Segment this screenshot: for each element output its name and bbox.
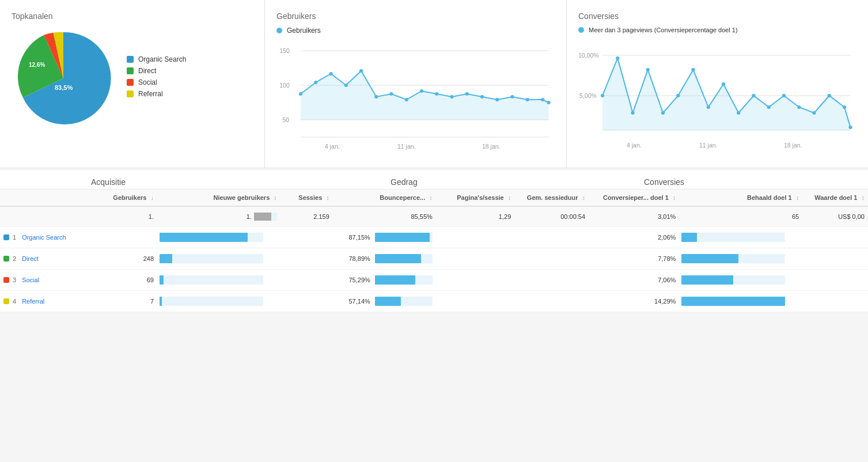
legend-dot-referral (127, 90, 134, 97)
svg-point-49 (767, 105, 771, 109)
svg-point-44 (691, 68, 695, 71)
legend-label-direct: Direct (138, 67, 156, 75)
row4-channel-name: Referral (22, 298, 44, 305)
svg-point-42 (661, 111, 665, 115)
conversies-legend-label: Meer dan 3 pageviews (Conversiepercentag… (589, 26, 738, 33)
col-behaald[interactable]: Behaald doel 1 ↕ (679, 190, 802, 206)
row2-behaald-bar (679, 248, 802, 270)
totals-sessieduur: 00:00:54 (514, 206, 589, 227)
pie-legend: Organic Search Direct Social Referral (127, 55, 186, 101)
topkanalen-panel: Topkanalen 83,5% 12,6% (0, 0, 265, 168)
row2-bounce: 78,89% (333, 248, 436, 270)
col-waarde[interactable]: Waarde doel 1 ↕ (802, 190, 868, 206)
row4-conversieper: 14,29% (589, 291, 679, 312)
col-nieuwe-gebruikers[interactable]: Nieuwe gebruikers ↕ (157, 190, 281, 206)
row1-nieuwe-gebruikers-bar (157, 227, 281, 248)
svg-point-50 (782, 94, 786, 97)
acquisitie-group-label: Acquisitie (91, 177, 126, 187)
totals-bounce: 85,55% (333, 206, 436, 227)
row2-nieuwe-gebruikers-bar (157, 248, 281, 270)
row3-bounce: 75,29% (333, 270, 436, 291)
col-sessieduur[interactable]: Gem. sessieduur ↕ (514, 190, 589, 206)
svg-point-41 (646, 68, 650, 71)
svg-point-38 (601, 94, 604, 97)
row1-paginas (436, 227, 515, 248)
table-row: 2 Direct 248 78,89% (0, 248, 868, 270)
svg-point-21 (450, 95, 453, 99)
referral-dot (3, 298, 9, 304)
svg-text:18 jan.: 18 jan. (784, 142, 802, 149)
row1-rank: 1 (13, 234, 16, 241)
col-gebruikers[interactable]: Gebruikers ↓ (98, 190, 157, 206)
svg-text:5,00%: 5,00% (579, 93, 597, 99)
conversies-chart: 10,00% 5,00% 4 jan. 11 jan. 18 jan. (578, 38, 856, 153)
row2-sessies (281, 248, 333, 270)
row3-sessieduur (514, 270, 589, 291)
organic-search-dot (3, 234, 9, 240)
totals-gebruikers: 1. (98, 206, 157, 227)
social-link[interactable]: 3 Social (3, 277, 95, 283)
row4-paginas (436, 291, 515, 312)
row2-waarde (802, 248, 868, 270)
svg-point-23 (480, 95, 484, 99)
col-channel (0, 190, 98, 206)
pie-chart: 83,5% 12,6% (12, 26, 115, 130)
row1-sessieduur (514, 227, 589, 248)
social-dot (3, 277, 9, 283)
svg-point-27 (541, 98, 544, 101)
totals-conversieper: 3,01% (589, 206, 679, 227)
table-row: 3 Social 69 75,29% (0, 270, 868, 291)
svg-point-45 (707, 105, 710, 109)
svg-point-47 (737, 111, 740, 115)
conversies-group-label: Conversies (644, 177, 684, 187)
svg-point-15 (359, 69, 363, 73)
svg-text:11 jan.: 11 jan. (699, 142, 718, 149)
svg-point-43 (676, 94, 680, 97)
svg-text:10,00%: 10,00% (578, 52, 599, 59)
svg-point-16 (374, 95, 378, 99)
totals-waarde: US$ 0,00 (802, 206, 868, 227)
svg-point-19 (420, 89, 423, 93)
direct-dot (3, 256, 9, 262)
col-conversieper[interactable]: Conversieper... doel 1 ↕ (589, 190, 679, 206)
svg-point-40 (631, 111, 634, 115)
row3-sessies (281, 270, 333, 291)
svg-point-12 (314, 81, 317, 84)
organic-search-link[interactable]: 1 Organic Search (3, 234, 95, 241)
row1-waarde (802, 227, 868, 248)
col-paginas[interactable]: Pagina's/sessie ↕ (436, 190, 515, 206)
svg-text:4 jan.: 4 jan. (325, 143, 340, 150)
col-sessies[interactable]: Sessies ↕ (281, 190, 333, 206)
col-bounce[interactable]: Bounceperce... ↕ (333, 190, 436, 206)
table-header-row: Gebruikers ↓ Nieuwe gebruikers ↕ Sessies… (0, 190, 868, 206)
svg-point-11 (299, 92, 302, 96)
top-section: Topkanalen 83,5% 12,6% (0, 0, 868, 168)
sort-gebruikers: ↓ (151, 194, 154, 201)
legend-label-referral: Referral (138, 90, 163, 98)
svg-point-28 (547, 101, 550, 104)
svg-point-24 (495, 98, 499, 101)
row2-gebruikers: 248 (98, 248, 157, 270)
svg-point-39 (616, 56, 619, 60)
row2-paginas (436, 248, 515, 270)
svg-point-20 (435, 92, 438, 96)
svg-point-26 (526, 98, 529, 101)
legend-dot-organic (127, 56, 134, 63)
legend-social: Social (127, 78, 186, 86)
row3-behaald-bar (679, 270, 802, 291)
referral-link[interactable]: 4 Referral (3, 298, 95, 305)
svg-text:100: 100 (279, 82, 290, 89)
svg-point-52 (812, 111, 816, 115)
row4-waarde (802, 291, 868, 312)
row3-gebruikers: 69 (98, 270, 157, 291)
bottom-section: Acquisitie Gedrag Conversies Gebruikers … (0, 171, 868, 312)
svg-point-53 (828, 94, 831, 97)
topkanalen-title: Topkanalen (12, 12, 253, 21)
direct-link[interactable]: 2 Direct (3, 255, 95, 262)
table-row: 4 Referral 7 57,14% (0, 291, 868, 312)
row3-waarde (802, 270, 868, 291)
row4-channel: 4 Referral (0, 291, 98, 312)
conversies-legend: Meer dan 3 pageviews (Conversiepercentag… (578, 26, 856, 33)
row4-gebruikers: 7 (98, 291, 157, 312)
pie-label-direct: 12,6% (29, 62, 45, 68)
